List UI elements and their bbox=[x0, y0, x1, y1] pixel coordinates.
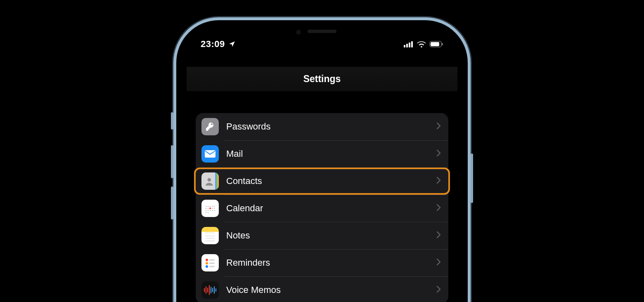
mail-icon bbox=[201, 145, 219, 163]
phone-frame: 23:09 bbox=[178, 21, 466, 302]
svg-point-31 bbox=[208, 233, 209, 234]
status-time: 23:09 bbox=[201, 39, 225, 50]
svg-point-22 bbox=[214, 210, 215, 211]
chevron-right-icon bbox=[436, 285, 441, 295]
svg-point-33 bbox=[212, 233, 213, 234]
settings-row-reminders[interactable]: Reminders bbox=[196, 249, 448, 276]
wifi-icon bbox=[417, 41, 426, 47]
phone-screen: 23:09 bbox=[187, 31, 457, 302]
chevron-right-icon bbox=[436, 257, 441, 268]
svg-rect-3 bbox=[411, 41, 413, 47]
svg-rect-6 bbox=[442, 43, 443, 45]
power-button[interactable] bbox=[471, 153, 473, 203]
chevron-right-icon bbox=[436, 203, 441, 214]
row-label: Notes bbox=[226, 230, 436, 241]
nav-title: Settings bbox=[303, 73, 341, 85]
svg-point-37 bbox=[206, 262, 208, 264]
svg-point-34 bbox=[213, 233, 214, 234]
svg-point-30 bbox=[207, 233, 208, 234]
settings-list: Passwords Mail bbox=[196, 113, 448, 302]
reminders-icon bbox=[201, 254, 219, 271]
svg-point-8 bbox=[208, 178, 211, 182]
chevron-right-icon bbox=[436, 121, 441, 132]
svg-rect-2 bbox=[409, 42, 410, 47]
volume-down-button[interactable] bbox=[171, 186, 173, 219]
settings-row-contacts[interactable]: Contacts bbox=[196, 168, 448, 195]
svg-point-21 bbox=[212, 210, 213, 211]
svg-point-23 bbox=[206, 212, 206, 213]
chevron-right-icon bbox=[436, 230, 441, 241]
voice-memos-icon bbox=[201, 281, 219, 299]
svg-rect-5 bbox=[431, 42, 439, 46]
mute-switch[interactable] bbox=[171, 112, 173, 130]
svg-point-39 bbox=[206, 265, 208, 268]
phone-bezel: 23:09 bbox=[180, 24, 464, 302]
nav-bar: Settings bbox=[187, 67, 457, 92]
svg-point-32 bbox=[210, 233, 211, 234]
row-label: Voice Memos bbox=[226, 285, 436, 295]
row-label: Passwords bbox=[226, 121, 436, 132]
notch bbox=[270, 24, 374, 42]
chevron-right-icon bbox=[436, 176, 441, 186]
svg-point-29 bbox=[205, 233, 206, 234]
passwords-icon bbox=[201, 118, 219, 135]
svg-point-17 bbox=[214, 208, 215, 209]
svg-point-18 bbox=[206, 210, 206, 211]
svg-rect-1 bbox=[406, 44, 408, 47]
cellular-signal-icon bbox=[404, 41, 414, 47]
settings-row-calendar[interactable]: Calendar bbox=[196, 195, 448, 222]
battery-icon bbox=[429, 41, 443, 47]
svg-point-9 bbox=[206, 206, 206, 207]
svg-point-11 bbox=[210, 206, 211, 207]
svg-rect-40 bbox=[209, 266, 215, 267]
svg-point-12 bbox=[212, 206, 213, 207]
row-label: Contacts bbox=[226, 176, 436, 186]
svg-point-35 bbox=[206, 259, 208, 261]
svg-point-13 bbox=[214, 206, 215, 207]
settings-row-notes[interactable]: Notes bbox=[196, 222, 448, 249]
svg-point-10 bbox=[208, 206, 208, 207]
front-camera bbox=[296, 30, 301, 35]
row-label: Reminders bbox=[226, 257, 436, 268]
svg-point-20 bbox=[210, 210, 211, 211]
svg-point-16 bbox=[212, 208, 213, 209]
settings-row-voicememos[interactable]: Voice Memos bbox=[196, 276, 448, 302]
notes-icon bbox=[201, 227, 219, 244]
svg-point-24 bbox=[208, 212, 208, 213]
svg-rect-38 bbox=[209, 263, 215, 264]
svg-point-19 bbox=[208, 210, 208, 211]
speaker-grille bbox=[308, 30, 336, 33]
svg-rect-0 bbox=[404, 45, 405, 47]
svg-rect-36 bbox=[209, 260, 215, 261]
row-label: Calendar bbox=[226, 203, 436, 214]
chevron-right-icon bbox=[436, 149, 441, 159]
svg-point-25 bbox=[209, 208, 211, 209]
contacts-icon bbox=[201, 172, 219, 190]
svg-point-14 bbox=[206, 208, 206, 209]
settings-row-mail[interactable]: Mail bbox=[196, 140, 448, 168]
row-label: Mail bbox=[226, 149, 436, 159]
settings-row-passwords[interactable]: Passwords bbox=[196, 113, 448, 140]
volume-up-button[interactable] bbox=[171, 145, 173, 178]
svg-point-15 bbox=[208, 208, 208, 209]
calendar-icon bbox=[201, 200, 219, 217]
location-icon bbox=[228, 40, 236, 48]
